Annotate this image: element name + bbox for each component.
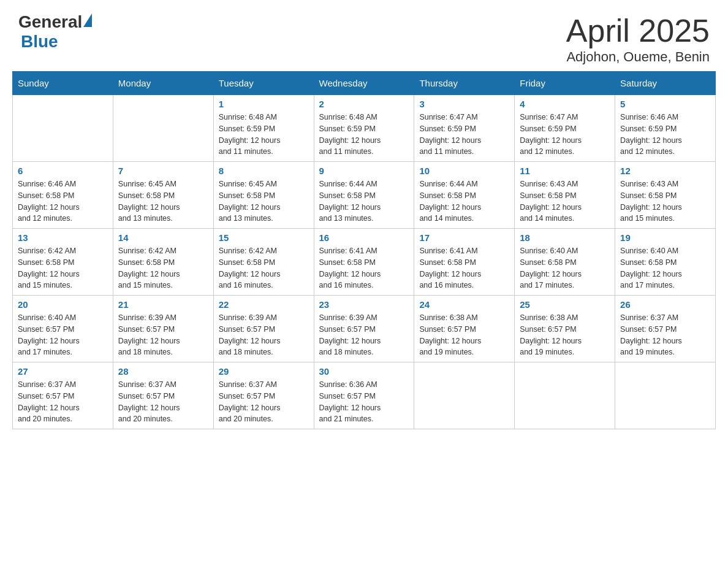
day-number: 29 — [219, 366, 309, 377]
day-number: 8 — [219, 166, 309, 176]
calendar-cell: 29Sunrise: 6:37 AM Sunset: 6:57 PM Dayli… — [213, 362, 314, 429]
calendar-cell: 26Sunrise: 6:37 AM Sunset: 6:57 PM Dayli… — [615, 296, 716, 362]
calendar-cell: 24Sunrise: 6:38 AM Sunset: 6:57 PM Dayli… — [414, 296, 515, 362]
calendar-cell: 1Sunrise: 6:48 AM Sunset: 6:59 PM Daylig… — [213, 95, 314, 162]
calendar-cell: 16Sunrise: 6:41 AM Sunset: 6:58 PM Dayli… — [314, 229, 414, 296]
day-number: 14 — [118, 232, 208, 243]
day-info: Sunrise: 6:46 AM Sunset: 6:59 PM Dayligh… — [620, 112, 710, 158]
day-number: 21 — [118, 299, 208, 310]
day-number: 9 — [319, 166, 409, 176]
day-info: Sunrise: 6:39 AM Sunset: 6:57 PM Dayligh… — [319, 312, 409, 358]
calendar-cell: 18Sunrise: 6:40 AM Sunset: 6:58 PM Dayli… — [515, 229, 615, 296]
day-number: 25 — [520, 299, 610, 310]
weekday-header-thursday: Thursday — [414, 72, 515, 95]
day-info: Sunrise: 6:41 AM Sunset: 6:58 PM Dayligh… — [419, 245, 509, 291]
day-info: Sunrise: 6:43 AM Sunset: 6:58 PM Dayligh… — [620, 178, 710, 224]
calendar-cell: 25Sunrise: 6:38 AM Sunset: 6:57 PM Dayli… — [515, 296, 615, 362]
day-info: Sunrise: 6:47 AM Sunset: 6:59 PM Dayligh… — [520, 112, 610, 158]
day-info: Sunrise: 6:47 AM Sunset: 6:59 PM Dayligh… — [419, 112, 509, 158]
day-number: 16 — [319, 232, 409, 243]
calendar-cell — [13, 95, 113, 162]
month-year-title: April 2025 — [566, 12, 710, 49]
logo: General Blue — [18, 12, 92, 52]
day-info: Sunrise: 6:38 AM Sunset: 6:57 PM Dayligh… — [520, 312, 610, 358]
calendar-week-3: 13Sunrise: 6:42 AM Sunset: 6:58 PM Dayli… — [13, 229, 716, 296]
calendar-cell: 7Sunrise: 6:45 AM Sunset: 6:58 PM Daylig… — [113, 162, 213, 229]
day-info: Sunrise: 6:43 AM Sunset: 6:58 PM Dayligh… — [520, 178, 610, 224]
weekday-header-sunday: Sunday — [13, 72, 113, 95]
day-info: Sunrise: 6:44 AM Sunset: 6:58 PM Dayligh… — [319, 178, 409, 224]
weekday-header-wednesday: Wednesday — [314, 72, 414, 95]
calendar-cell: 22Sunrise: 6:39 AM Sunset: 6:57 PM Dayli… — [213, 296, 314, 362]
calendar-cell: 12Sunrise: 6:43 AM Sunset: 6:58 PM Dayli… — [615, 162, 716, 229]
weekday-header-tuesday: Tuesday — [213, 72, 314, 95]
day-number: 22 — [219, 299, 309, 310]
day-number: 10 — [419, 166, 509, 176]
calendar-cell: 17Sunrise: 6:41 AM Sunset: 6:58 PM Dayli… — [414, 229, 515, 296]
day-number: 3 — [419, 99, 509, 109]
day-number: 28 — [118, 366, 208, 377]
day-info: Sunrise: 6:48 AM Sunset: 6:59 PM Dayligh… — [319, 112, 409, 158]
day-number: 30 — [319, 366, 409, 377]
day-number: 5 — [620, 99, 710, 109]
calendar-cell: 19Sunrise: 6:40 AM Sunset: 6:58 PM Dayli… — [615, 229, 716, 296]
day-info: Sunrise: 6:42 AM Sunset: 6:58 PM Dayligh… — [118, 245, 208, 291]
calendar-cell: 2Sunrise: 6:48 AM Sunset: 6:59 PM Daylig… — [314, 95, 414, 162]
calendar-cell: 4Sunrise: 6:47 AM Sunset: 6:59 PM Daylig… — [515, 95, 615, 162]
calendar-cell: 3Sunrise: 6:47 AM Sunset: 6:59 PM Daylig… — [414, 95, 515, 162]
weekday-header-friday: Friday — [515, 72, 615, 95]
day-number: 15 — [219, 232, 309, 243]
day-number: 20 — [18, 299, 108, 310]
calendar-week-4: 20Sunrise: 6:40 AM Sunset: 6:57 PM Dayli… — [13, 296, 716, 362]
location-title: Adjohon, Oueme, Benin — [566, 49, 710, 65]
calendar-week-2: 6Sunrise: 6:46 AM Sunset: 6:58 PM Daylig… — [13, 162, 716, 229]
calendar-cell: 10Sunrise: 6:44 AM Sunset: 6:58 PM Dayli… — [414, 162, 515, 229]
calendar-cell: 23Sunrise: 6:39 AM Sunset: 6:57 PM Dayli… — [314, 296, 414, 362]
day-number: 26 — [620, 299, 710, 310]
day-number: 27 — [18, 366, 108, 377]
weekday-header-row: SundayMondayTuesdayWednesdayThursdayFrid… — [13, 72, 716, 95]
day-number: 1 — [219, 99, 309, 109]
title-block: April 2025 Adjohon, Oueme, Benin — [566, 12, 710, 65]
logo-triangle-icon — [83, 13, 92, 27]
day-info: Sunrise: 6:40 AM Sunset: 6:57 PM Dayligh… — [18, 312, 108, 358]
day-info: Sunrise: 6:40 AM Sunset: 6:58 PM Dayligh… — [620, 245, 710, 291]
day-info: Sunrise: 6:40 AM Sunset: 6:58 PM Dayligh… — [520, 245, 610, 291]
day-number: 2 — [319, 99, 409, 109]
day-number: 6 — [18, 166, 108, 176]
day-number: 13 — [18, 232, 108, 243]
day-number: 12 — [620, 166, 710, 176]
day-number: 19 — [620, 232, 710, 243]
day-info: Sunrise: 6:39 AM Sunset: 6:57 PM Dayligh… — [118, 312, 208, 358]
calendar-cell: 27Sunrise: 6:37 AM Sunset: 6:57 PM Dayli… — [13, 362, 113, 429]
calendar-cell: 11Sunrise: 6:43 AM Sunset: 6:58 PM Dayli… — [515, 162, 615, 229]
calendar-cell — [113, 95, 213, 162]
calendar-cell: 14Sunrise: 6:42 AM Sunset: 6:58 PM Dayli… — [113, 229, 213, 296]
day-number: 18 — [520, 232, 610, 243]
calendar-cell: 15Sunrise: 6:42 AM Sunset: 6:58 PM Dayli… — [213, 229, 314, 296]
day-number: 24 — [419, 299, 509, 310]
calendar-cell — [615, 362, 716, 429]
calendar-cell: 20Sunrise: 6:40 AM Sunset: 6:57 PM Dayli… — [13, 296, 113, 362]
calendar-week-1: 1Sunrise: 6:48 AM Sunset: 6:59 PM Daylig… — [13, 95, 716, 162]
day-number: 11 — [520, 166, 610, 176]
day-info: Sunrise: 6:36 AM Sunset: 6:57 PM Dayligh… — [319, 379, 409, 425]
day-info: Sunrise: 6:45 AM Sunset: 6:58 PM Dayligh… — [219, 178, 309, 224]
logo-general-text: General — [18, 12, 82, 32]
day-info: Sunrise: 6:42 AM Sunset: 6:58 PM Dayligh… — [18, 245, 108, 291]
day-info: Sunrise: 6:37 AM Sunset: 6:57 PM Dayligh… — [620, 312, 710, 358]
weekday-header-saturday: Saturday — [615, 72, 716, 95]
calendar-week-5: 27Sunrise: 6:37 AM Sunset: 6:57 PM Dayli… — [13, 362, 716, 429]
calendar-cell: 8Sunrise: 6:45 AM Sunset: 6:58 PM Daylig… — [213, 162, 314, 229]
day-number: 4 — [520, 99, 610, 109]
calendar-cell: 9Sunrise: 6:44 AM Sunset: 6:58 PM Daylig… — [314, 162, 414, 229]
page-header: General Blue April 2025 Adjohon, Oueme, … — [0, 0, 728, 71]
day-info: Sunrise: 6:46 AM Sunset: 6:58 PM Dayligh… — [18, 178, 108, 224]
logo-blue-text: Blue — [21, 32, 92, 52]
day-info: Sunrise: 6:39 AM Sunset: 6:57 PM Dayligh… — [219, 312, 309, 358]
calendar-cell: 13Sunrise: 6:42 AM Sunset: 6:58 PM Dayli… — [13, 229, 113, 296]
calendar-table: SundayMondayTuesdayWednesdayThursdayFrid… — [12, 71, 716, 429]
day-info: Sunrise: 6:38 AM Sunset: 6:57 PM Dayligh… — [419, 312, 509, 358]
day-number: 23 — [319, 299, 409, 310]
calendar-cell — [515, 362, 615, 429]
